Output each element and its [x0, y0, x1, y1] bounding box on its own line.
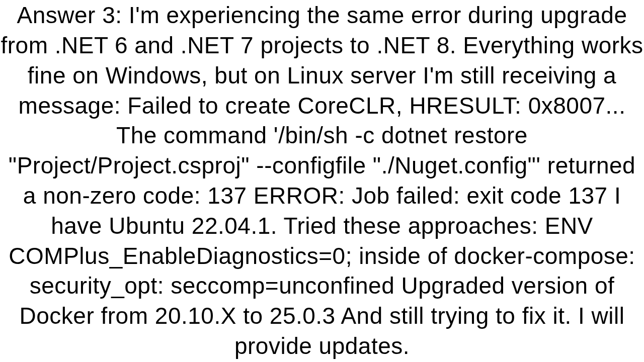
answer-text: Answer 3: I'm experiencing the same erro…	[0, 1, 644, 361]
answer-content: Answer 3: I'm experiencing the same erro…	[0, 0, 644, 362]
